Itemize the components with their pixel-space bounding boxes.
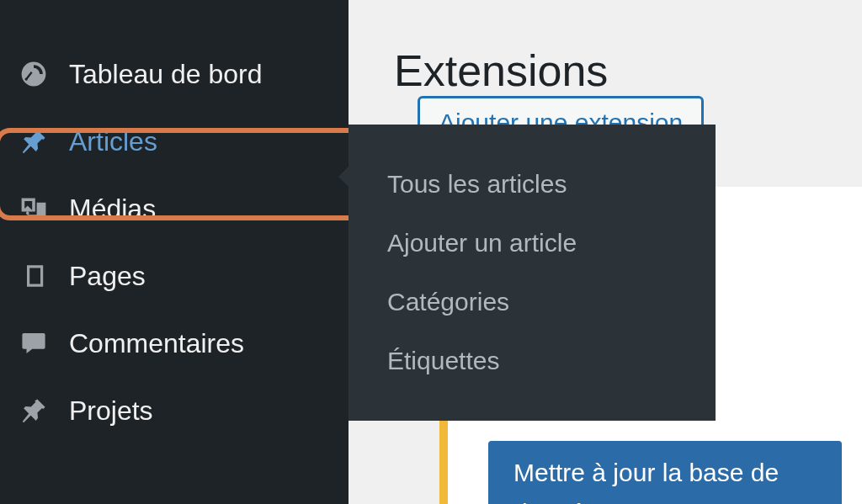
sidebar-item-label: Commentaires xyxy=(69,328,244,359)
sidebar-item-comments[interactable]: Commentaires xyxy=(0,310,349,377)
flyout-item-all-articles[interactable]: Tous les articles xyxy=(349,155,716,214)
sidebar-item-pages[interactable]: Pages xyxy=(0,242,349,310)
comment-icon xyxy=(17,326,51,360)
sidebar-item-projects[interactable]: Projets xyxy=(0,377,349,444)
media-icon xyxy=(17,192,51,225)
sidebar-item-dashboard[interactable]: Tableau de bord xyxy=(0,40,349,108)
sidebar-item-articles[interactable]: Articles xyxy=(0,108,349,175)
page-title: Extensions xyxy=(394,45,608,96)
pin-icon xyxy=(17,394,51,427)
sidebar-item-media[interactable]: Médias xyxy=(0,175,349,242)
articles-flyout: Tous les articles Ajouter un article Cat… xyxy=(349,125,716,421)
pin-icon xyxy=(17,125,51,158)
sidebar-item-label: Médias xyxy=(69,194,156,225)
flyout-item-categories[interactable]: Catégories xyxy=(349,273,716,332)
flyout-arrow xyxy=(338,165,350,188)
flyout-item-add-article[interactable]: Ajouter un article xyxy=(349,214,716,273)
sidebar-item-label: Pages xyxy=(69,261,146,292)
update-db-button[interactable]: Mettre à jour la base de données xyxy=(488,441,842,504)
pages-icon xyxy=(17,259,51,293)
sidebar-item-label: Projets xyxy=(69,395,153,427)
admin-sidebar: Tableau de bord Articles Médias Pages Co… xyxy=(0,0,349,504)
sidebar-item-label: Tableau de bord xyxy=(69,59,263,90)
flyout-item-tags[interactable]: Étiquettes xyxy=(349,332,716,390)
dashboard-icon xyxy=(17,57,51,91)
sidebar-item-label: Articles xyxy=(69,126,157,157)
